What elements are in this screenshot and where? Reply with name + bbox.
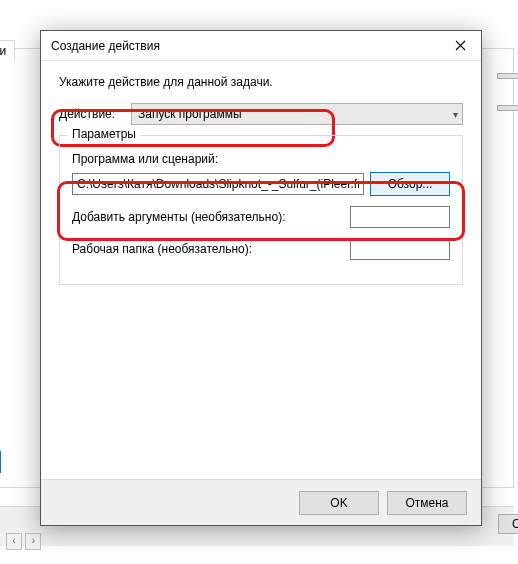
close-icon xyxy=(455,40,466,51)
browse-button[interactable]: Обзор... xyxy=(370,172,450,196)
dialog-button-bar: OK Отмена xyxy=(41,479,481,525)
parent-cancel-button[interactable]: Отме xyxy=(498,514,518,534)
parent-create-button[interactable]: ть... xyxy=(0,451,1,473)
arrow-left-icon[interactable]: ‹ xyxy=(6,533,22,550)
parent-side-button-2[interactable] xyxy=(497,105,518,111)
chevron-down-icon: ▾ xyxy=(453,109,458,120)
parameters-group: Параметры Программа или сценарий: Обзор.… xyxy=(59,135,463,285)
parameters-legend: Параметры xyxy=(68,127,140,141)
parent-side-button-1[interactable] xyxy=(497,73,518,79)
instruction-text: Укажите действие для данной задачи. xyxy=(59,75,463,89)
create-action-dialog: Создание действия Укажите действие для д… xyxy=(40,30,482,526)
dialog-title: Создание действия xyxy=(51,39,160,53)
parent-nav-arrows: ‹ › xyxy=(6,533,41,550)
arguments-row: Добавить аргументы (необязательно): xyxy=(72,206,450,228)
close-button[interactable] xyxy=(439,31,481,61)
parent-tab-create[interactable]: здани xyxy=(0,40,15,62)
program-label: Программа или сценарий: xyxy=(72,152,450,166)
workdir-input[interactable] xyxy=(350,238,450,260)
workdir-label: Рабочая папка (необязательно): xyxy=(72,242,252,256)
action-select-value: Запуск программы xyxy=(138,107,242,121)
action-row: Действие: Запуск программы ▾ xyxy=(59,103,463,125)
action-select[interactable]: Запуск программы ▾ xyxy=(131,103,463,125)
action-label: Действие: xyxy=(59,107,123,121)
arguments-input[interactable] xyxy=(350,206,450,228)
arrow-right-icon[interactable]: › xyxy=(25,533,41,550)
program-input[interactable] xyxy=(72,173,364,195)
dialog-body: Укажите действие для данной задачи. Дейс… xyxy=(41,61,481,479)
workdir-row: Рабочая папка (необязательно): xyxy=(72,238,450,260)
dialog-titlebar: Создание действия xyxy=(41,31,481,61)
arguments-label: Добавить аргументы (необязательно): xyxy=(72,210,285,224)
program-row: Обзор... xyxy=(72,172,450,196)
ok-button[interactable]: OK xyxy=(299,491,379,515)
cancel-button[interactable]: Отмена xyxy=(387,491,467,515)
